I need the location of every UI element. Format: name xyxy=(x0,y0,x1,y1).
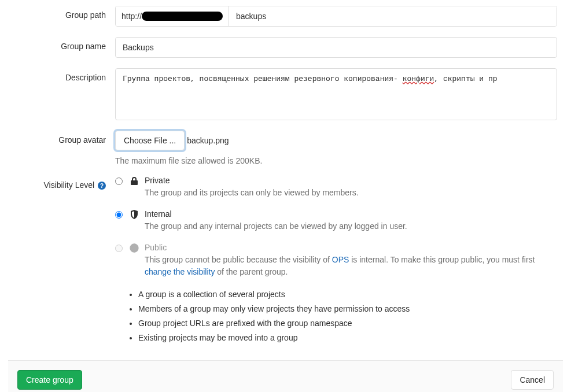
private-title: Private xyxy=(145,176,557,185)
label-group-name: Group name xyxy=(14,37,115,51)
private-desc: The group and its projects can only be v… xyxy=(145,187,557,199)
change-visibility-link[interactable]: change the visibility xyxy=(145,267,215,276)
visibility-option-private: Private The group and its projects can o… xyxy=(115,176,557,199)
globe-icon xyxy=(128,243,140,253)
radio-private[interactable] xyxy=(115,177,123,185)
radio-public xyxy=(115,245,123,252)
description-textarea[interactable]: Группа проектов, посвященных решениям ре… xyxy=(115,68,557,120)
private-text: Private The group and its projects can o… xyxy=(145,176,557,199)
bullet-2: Members of a group may only view project… xyxy=(138,303,557,315)
description-controls: Группа проектов, посвященных решениям ре… xyxy=(115,68,557,120)
label-description: Description xyxy=(14,68,115,82)
bullet-1: A group is a collection of several proje… xyxy=(138,289,557,301)
public-title: Public xyxy=(145,243,557,252)
choose-file-button[interactable]: Choose File ... xyxy=(115,131,185,150)
group-path-input-group: http:// xyxy=(115,6,557,27)
selected-filename: backup.png xyxy=(187,136,229,145)
form-footer: Create group Cancel xyxy=(8,360,563,392)
label-group-path: Group path xyxy=(14,6,115,20)
row-visibility: Visibility Level ? Private The group and… xyxy=(14,176,557,346)
visibility-option-public: Public This group cannot be public becau… xyxy=(115,243,557,278)
group-name-controls xyxy=(115,37,557,58)
group-avatar-controls: Choose File ... backup.png The maximum f… xyxy=(115,131,557,165)
internal-title: Internal xyxy=(145,209,557,219)
group-name-input[interactable] xyxy=(115,37,557,58)
radio-internal[interactable] xyxy=(115,211,123,219)
label-visibility: Visibility Level ? xyxy=(14,176,115,190)
row-group-avatar: Group avatar Choose File ... backup.png … xyxy=(14,131,557,165)
internal-text: Internal The group and any internal proj… xyxy=(145,209,557,232)
shield-icon xyxy=(128,209,140,219)
create-group-button[interactable]: Create group xyxy=(17,370,82,390)
label-group-avatar: Group avatar xyxy=(14,131,115,145)
row-group-path: Group path http:// xyxy=(14,6,557,27)
visibility-controls: Private The group and its projects can o… xyxy=(115,176,557,346)
lock-icon xyxy=(128,176,140,186)
internal-desc: The group and any internal projects can … xyxy=(145,220,557,232)
group-form: Group path http:// Group name Descriptio… xyxy=(0,0,571,346)
public-desc: This group cannot be public because the … xyxy=(145,254,557,278)
file-row: Choose File ... backup.png xyxy=(115,131,557,150)
cancel-button[interactable]: Cancel xyxy=(511,370,554,390)
group-path-prefix: http:// xyxy=(116,6,229,26)
bullet-3: Group project URLs are prefixed with the… xyxy=(138,317,557,330)
redacted-host xyxy=(142,12,223,21)
visibility-option-internal: Internal The group and any internal proj… xyxy=(115,209,557,232)
avatar-hint: The maximum file size allowed is 200KB. xyxy=(115,156,557,165)
group-path-prefix-text: http:// xyxy=(121,12,142,21)
ops-link[interactable]: OPS xyxy=(332,255,349,264)
group-path-input[interactable] xyxy=(229,6,557,26)
public-text: Public This group cannot be public becau… xyxy=(145,243,557,278)
row-group-name: Group name xyxy=(14,37,557,58)
row-description: Description Группа проектов, посвященных… xyxy=(14,68,557,120)
group-info-bullets: A group is a collection of several proje… xyxy=(115,289,557,344)
group-path-controls: http:// xyxy=(115,6,557,27)
bullet-4: Existing projects may be moved into a gr… xyxy=(138,332,557,344)
help-icon[interactable]: ? xyxy=(98,182,106,190)
